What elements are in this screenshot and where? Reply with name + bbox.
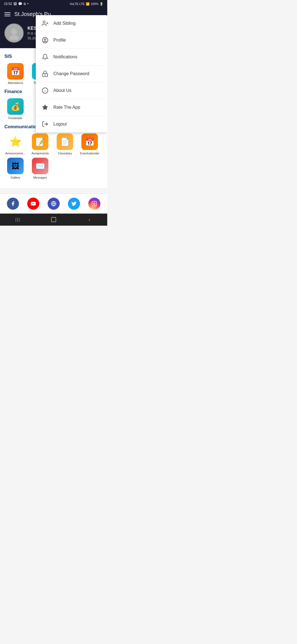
youtube-button[interactable] — [27, 198, 39, 210]
attendance-item[interactable]: 📅 Attendance — [4, 63, 26, 84]
svg-marker-18 — [42, 105, 48, 110]
battery-icon: 🔋 — [100, 2, 103, 6]
svg-point-12 — [44, 39, 46, 40]
attendance-label: Attendance — [8, 81, 23, 84]
about-us-label: About Us — [53, 88, 72, 93]
gallery-item[interactable]: 🖼 Gallery — [4, 158, 26, 179]
lock-key-icon — [41, 70, 49, 78]
avatar — [4, 23, 24, 43]
add-sibling-item[interactable]: Add Sibling — [36, 15, 107, 32]
gallery-label: Gallery — [11, 176, 20, 179]
svg-rect-5 — [92, 201, 97, 206]
notifications-label: Notifications — [53, 54, 77, 59]
photo-icon: 🖼 — [13, 2, 17, 6]
social-footer — [0, 193, 107, 214]
rate-the-app-label: Rate The App — [53, 105, 80, 110]
profile-item[interactable]: Profile — [36, 32, 107, 49]
status-right: VoLTE LTE 📶 100% 🔋 — [70, 2, 103, 6]
svg-point-1 — [9, 35, 18, 40]
person-add-icon — [41, 20, 49, 27]
classdiary-icon: 📄 — [57, 133, 73, 150]
hamburger-button[interactable] — [4, 12, 10, 16]
battery-label: 100% — [91, 2, 98, 6]
change-password-item[interactable]: Change Password — [36, 66, 107, 82]
status-left: 15:52 🖼 💬 G • — [4, 2, 29, 6]
message-icon: 💬 — [18, 2, 22, 6]
star-icon — [41, 103, 49, 111]
twitter-button[interactable] — [68, 198, 80, 210]
about-us-item[interactable]: About Us — [36, 82, 107, 99]
classdiary-item[interactable]: 📄 Classdiary — [54, 133, 76, 155]
feedetails-icon: 💰 — [7, 98, 24, 115]
svg-rect-7 — [51, 217, 56, 222]
signal-icon: 📶 — [86, 2, 90, 6]
add-sibling-label: Add Sibling — [53, 21, 76, 26]
assignments-label: Assignments — [32, 152, 49, 155]
messages-item[interactable]: ✉️ Messages — [29, 158, 51, 179]
change-password-label: Change Password — [53, 71, 89, 76]
time: 15:52 — [4, 2, 12, 6]
bell-icon — [41, 53, 49, 61]
home-button[interactable] — [47, 217, 61, 223]
dropdown-menu: Add Sibling Profile Notifications Change… — [36, 15, 107, 132]
eventcalendar-icon: 📅 — [81, 133, 98, 150]
recents-button[interactable]: ||| — [11, 217, 25, 222]
dot-icon: • — [28, 2, 29, 6]
status-bar: 15:52 🖼 💬 G • VoLTE LTE 📶 100% 🔋 — [0, 0, 107, 8]
eventcalendar-label: Eventcalendar — [80, 152, 99, 155]
notifications-item[interactable]: Notifications — [36, 49, 107, 66]
messages-label: Messages — [33, 176, 47, 179]
logout-icon — [41, 120, 49, 128]
logout-item[interactable]: Logout — [36, 116, 107, 132]
assignments-icon: 📝 — [32, 133, 48, 150]
rate-the-app-item[interactable]: Rate The App — [36, 99, 107, 116]
classdiary-label: Classdiary — [58, 152, 72, 155]
svg-point-8 — [43, 21, 45, 23]
feedetails-label: Feedetails — [9, 116, 23, 120]
profile-label: Profile — [53, 38, 66, 43]
communication-icons-row: ⭐ Announceme... 📝 Assignments 📄 Classdia… — [4, 133, 103, 179]
announcements-label: Announceme... — [5, 152, 26, 155]
feedetails-item[interactable]: 💰 Feedetails — [4, 98, 26, 120]
back-button[interactable]: ‹ — [82, 217, 96, 223]
eventcalendar-item[interactable]: 📅 Eventcalendar — [79, 133, 101, 155]
gallery-icon: 🖼 — [7, 158, 24, 174]
svg-point-14 — [45, 75, 45, 75]
google-icon: G — [24, 2, 26, 6]
info-icon — [41, 87, 49, 94]
account-circle-icon — [41, 36, 49, 44]
website-button[interactable] — [48, 198, 60, 210]
announcements-icon: ⭐ — [7, 133, 24, 150]
logout-label: Logout — [53, 122, 67, 127]
bottom-nav: ||| ‹ — [0, 214, 107, 226]
attendance-icon: 📅 — [7, 63, 24, 80]
facebook-button[interactable] — [7, 198, 19, 210]
messages-icon: ✉️ — [32, 158, 48, 174]
instagram-button[interactable] — [88, 198, 100, 210]
svg-point-0 — [11, 29, 17, 35]
assignments-item[interactable]: 📝 Assignments — [29, 133, 51, 155]
announcements-item[interactable]: ⭐ Announceme... — [4, 133, 26, 155]
network-icon: VoLTE LTE — [70, 2, 85, 6]
